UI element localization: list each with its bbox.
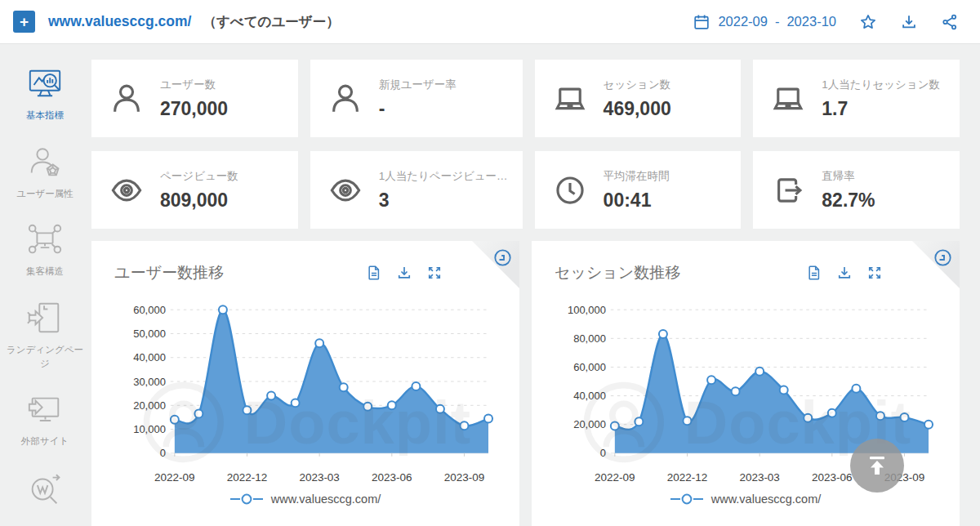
svg-text:40,000: 40,000 [133,351,166,363]
laptop-icon [771,82,805,116]
sidebar-item-user-attributes[interactable]: ユーザー属性 [2,144,87,201]
svg-text:2022-09: 2022-09 [595,471,635,484]
svg-text:30,000: 30,000 [133,376,166,388]
users-trend-chart[interactable]: 010,00020,00030,00040,00050,00060,000202… [114,296,497,489]
svg-text:50,000: 50,000 [133,328,166,340]
laptop-icon [553,82,587,116]
landing-page-icon [26,300,64,337]
kpi-label: 直帰率 [822,169,875,184]
download-icon[interactable] [900,13,918,31]
sidebar-item-landing-page[interactable]: ランディングページ [2,300,87,370]
eye-icon [328,173,363,207]
kpi-value: 1.7 [822,98,940,120]
kpi-card-bounce-rate: 直帰率 82.7% [753,151,960,229]
kpi-value: 00:41 [604,189,670,212]
legend-label: www.valuesccg.com/ [271,493,381,506]
star-icon[interactable] [859,13,877,31]
kpi-card-pageviews-per-user: 1人当たりページビュー… 3 [310,151,523,229]
add-site-button[interactable]: + [13,11,35,33]
kpi-label: ページビュー数 [160,169,238,184]
svg-text:0: 0 [160,447,166,459]
svg-text:80,000: 80,000 [573,332,606,345]
main-content: ユーザー数 270,000 新規ユーザー率 - セッション数 469,000 [90,44,980,526]
kpi-label: ユーザー数 [160,78,228,92]
eye-icon [109,173,144,207]
download-icon[interactable] [836,265,853,281]
file-report-icon[interactable] [366,265,382,281]
file-report-icon[interactable] [806,265,822,281]
download-icon[interactable] [396,265,412,281]
kpi-value: 469,000 [604,98,671,120]
sidebar-item-label: 集客構造 [4,265,86,279]
sidebar-item-search-word[interactable] [2,470,87,507]
svg-text:2022-12: 2022-12 [667,471,707,484]
sidebar-item-label: 外部サイト [4,435,86,448]
external-site-icon [26,391,64,429]
site-url[interactable]: www.valuesccg.com/ [48,13,191,30]
user-attribute-icon [26,144,64,181]
sidebar-nav: 基本指標 ユーザー属性 集客構造 ランディングページ 外部サイト [0,44,90,526]
kpi-card-pageviews: ページビュー数 809,000 [91,151,298,229]
kpi-value: 809,000 [160,189,238,212]
svg-text:2023-03: 2023-03 [739,471,779,484]
chart-title: セッション数推移 [555,262,680,283]
sidebar-item-label: 基本指標 [4,109,86,123]
clock-icon [553,173,587,207]
kpi-card-sessions: セッション数 469,000 [535,60,742,137]
kpi-value: 270,000 [160,98,228,120]
chart-actions [366,265,443,281]
kpi-card-new-user-rate: 新規ユーザー率 - [310,60,523,137]
corner-arrow-icon[interactable] [492,247,514,269]
header-actions: 2022-09 - 2023-10 [693,13,959,31]
svg-text:20,000: 20,000 [573,418,606,430]
charts-row: ユーザー数推移 Dockpit 010,00020,00030,0 [91,241,960,526]
kpi-card-avg-duration: 平均滞在時間 00:41 [535,151,742,229]
kpi-card-sessions-per-user: 1人当たりセッション数 1.7 [753,60,960,137]
legend-label: www.valuesccg.com/ [711,493,822,506]
top-header: + www.valuesccg.com/ （すべてのユーザー） 2022-09 … [0,0,980,44]
chart-title: ユーザー数推移 [114,262,224,283]
expand-icon[interactable] [426,265,443,281]
audience-segment: （すべてのユーザー） [203,13,339,31]
kpi-card-users: ユーザー数 270,000 [91,60,298,137]
svg-text:10,000: 10,000 [133,423,166,435]
kpi-value: - [379,98,457,120]
calendar-icon [693,13,710,31]
chart-header: セッション数推移 [555,262,937,283]
sidebar-item-label: ランディングページ [4,343,86,370]
kpi-label: セッション数 [604,78,671,92]
user-icon [109,82,144,116]
sidebar-item-traffic-structure[interactable]: 集客構造 [2,221,87,279]
chart-header: ユーザー数推移 [114,262,497,283]
svg-text:2023-06: 2023-06 [812,471,852,484]
sidebar-item-external-site[interactable]: 外部サイト [2,391,87,448]
svg-text:2022-12: 2022-12 [227,471,267,484]
monitor-analytics-icon [26,65,64,103]
chart-actions [806,265,883,281]
chart-card-users-trend: ユーザー数推移 Dockpit 010,00020,00030,0 [91,241,519,526]
user-icon [328,82,363,116]
date-range-picker[interactable]: 2022-09 - 2023-10 [693,13,836,31]
chart-legend: www.valuesccg.com/ [114,493,497,506]
sidebar-item-basic-metrics[interactable]: 基本指標 [2,65,87,123]
svg-text:2023-06: 2023-06 [372,471,412,484]
date-separator: - [775,14,780,29]
kpi-value: 82.7% [822,189,875,212]
legend-marker-icon [230,493,263,505]
kpi-label: 1人当たりセッション数 [822,78,940,92]
scroll-to-top-button[interactable] [850,439,904,493]
share-icon[interactable] [941,13,959,31]
exit-icon [771,173,805,207]
legend-marker-icon [670,493,703,505]
expand-icon[interactable] [866,265,883,281]
svg-text:2023-03: 2023-03 [299,471,339,484]
svg-text:20,000: 20,000 [133,399,166,412]
svg-text:60,000: 60,000 [573,361,606,373]
kpi-label: 平均滞在時間 [604,169,670,184]
kpi-grid: ユーザー数 270,000 新規ユーザー率 - セッション数 469,000 [91,60,960,229]
date-end: 2023-10 [786,14,836,29]
corner-arrow-icon[interactable] [932,247,954,269]
kpi-value: 3 [379,189,508,212]
kpi-label: 1人当たりページビュー… [379,169,508,184]
arrow-up-to-top-icon [865,453,889,478]
